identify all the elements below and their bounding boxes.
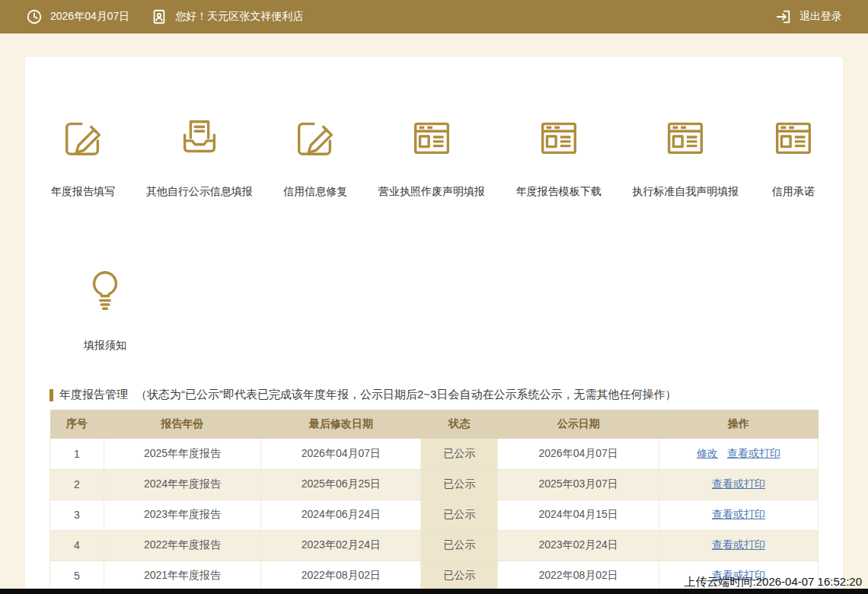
cell-actions: 修改 查看或打印 [659, 439, 819, 469]
form-icon [535, 112, 582, 164]
shortcut-credit-repair[interactable]: 信用信息修复 [283, 112, 347, 199]
col-header-actions: 操作 [659, 410, 819, 439]
table-row: 1 2025年年度报告 2026年04月07日 已公示 2026年04月07日 … [50, 439, 819, 469]
section-head: 年度报告管理 （状态为“已公示”即代表已完成该年度年报，公示日期后2~3日会自动… [49, 388, 819, 402]
logout-label: 退出登录 [799, 10, 842, 24]
annual-report-table: 序号 报告年份 最后修改日期 状态 公示日期 操作 1 2025年年度报告 20… [49, 410, 819, 592]
cell-publish: 2023年02月24日 [498, 530, 659, 560]
edit-doc-icon [292, 112, 339, 164]
cell-modified: 2024年06月24日 [261, 500, 421, 530]
table-row: 2 2024年年度报告 2025年06月25日 已公示 2025年03月07日 … [50, 469, 819, 500]
user-greeting: 您好！天元区张文祥便利店 [175, 10, 303, 24]
shortcut-label: 信用信息修复 [283, 185, 347, 199]
col-header-modified: 最后修改日期 [261, 410, 421, 439]
shortcut-label: 营业执照作废声明填报 [378, 185, 485, 199]
shortcut-standard-self-declare[interactable]: 执行标准自我声明填报 [632, 112, 739, 199]
upload-time-text: 上传云端时间:2026-04-07 16:52:20 [685, 575, 862, 589]
user-badge-icon [151, 8, 168, 25]
form-icon [408, 112, 455, 164]
col-header-status: 状态 [421, 410, 498, 439]
cell-no: 1 [50, 439, 104, 469]
cell-modified: 2022年08月02日 [261, 560, 421, 591]
form-icon [662, 112, 709, 164]
notice-label: 填报须知 [84, 339, 126, 353]
modify-link[interactable]: 修改 [697, 447, 718, 459]
status-badge: 已公示 [421, 469, 498, 500]
col-header-year: 报告年份 [104, 410, 261, 439]
table-header-row: 序号 报告年份 最后修改日期 状态 公示日期 操作 [50, 410, 819, 439]
table-row: 4 2022年年度报告 2023年02月24日 已公示 2023年02月24日 … [50, 530, 819, 560]
section-title: 年度报告管理 [59, 388, 128, 402]
col-header-publish: 公示日期 [498, 410, 659, 439]
shortcut-label: 执行标准自我声明填报 [632, 185, 739, 199]
table-row: 3 2023年年度报告 2024年06月24日 已公示 2024年04月15日 … [50, 500, 819, 530]
inbox-doc-icon [176, 112, 223, 164]
shortcut-label: 年度报告填写 [51, 185, 115, 199]
form-icon [770, 112, 817, 164]
status-badge: 已公示 [421, 560, 498, 591]
shortcut-other-public-info[interactable]: 其他自行公示信息填报 [146, 112, 253, 199]
cell-modified: 2026年04月07日 [261, 439, 421, 469]
shortcut-annual-report-fill[interactable]: 年度报告填写 [51, 112, 115, 199]
edit-doc-icon [59, 112, 107, 164]
logout-button[interactable]: 退出登录 [775, 8, 842, 25]
cell-no: 2 [50, 469, 104, 500]
shortcut-row: 年度报告填写 其他自行公示信息填报 信用信息修复 [25, 57, 843, 199]
cell-no: 5 [50, 560, 104, 591]
current-date: 2026年04月07日 [50, 10, 129, 24]
cell-year: 2025年年度报告 [104, 439, 261, 469]
status-badge: 已公示 [421, 500, 498, 530]
section-marker [49, 389, 53, 401]
col-header-no: 序号 [50, 410, 104, 439]
section-subtitle: （状态为“已公示”即代表已完成该年度年报，公示日期后2~3日会自动在公示系统公示… [136, 388, 676, 402]
view-print-link[interactable]: 查看或打印 [727, 447, 780, 459]
cell-publish: 2025年03月07日 [498, 469, 659, 500]
cell-year: 2022年年度报告 [104, 530, 261, 560]
cell-publish: 2024年04月15日 [498, 500, 659, 530]
clock-icon [26, 8, 43, 25]
shortcut-label: 信用承诺 [772, 185, 815, 199]
view-print-link[interactable]: 查看或打印 [712, 477, 765, 490]
shortcut-filling-notice[interactable]: 填报须知 [68, 266, 142, 353]
bottom-bar [0, 589, 868, 594]
logout-icon [775, 8, 792, 25]
cell-actions: 查看或打印 [659, 530, 819, 560]
status-badge: 已公示 [421, 439, 498, 469]
cell-no: 3 [50, 500, 104, 530]
main-card: 年度报告填写 其他自行公示信息填报 信用信息修复 [25, 57, 843, 594]
shortcut-label: 年度报告模板下载 [516, 185, 602, 199]
shortcut-label: 其他自行公示信息填报 [146, 185, 253, 199]
shortcut-license-void-declare[interactable]: 营业执照作废声明填报 [378, 112, 485, 199]
cell-publish: 2022年08月02日 [498, 560, 659, 591]
cell-modified: 2025年06月25日 [261, 469, 421, 500]
cell-modified: 2023年02月24日 [261, 530, 421, 560]
shortcut-credit-commitment[interactable]: 信用承诺 [770, 112, 817, 199]
view-print-link[interactable]: 查看或打印 [712, 538, 765, 551]
cell-publish: 2026年04月07日 [498, 439, 659, 469]
cell-actions: 查看或打印 [659, 469, 819, 500]
cell-no: 4 [50, 530, 104, 560]
bulb-icon [81, 266, 129, 318]
cell-year: 2023年年度报告 [104, 500, 261, 530]
shortcut-template-download[interactable]: 年度报告模板下载 [516, 112, 602, 199]
cell-year: 2024年年度报告 [104, 469, 261, 500]
view-print-link[interactable]: 查看或打印 [712, 508, 765, 520]
status-badge: 已公示 [421, 530, 498, 560]
topbar: 2026年04月07日 您好！天元区张文祥便利店 退出登录 [0, 0, 868, 34]
cell-actions: 查看或打印 [659, 500, 819, 530]
cell-year: 2021年年度报告 [104, 560, 261, 591]
